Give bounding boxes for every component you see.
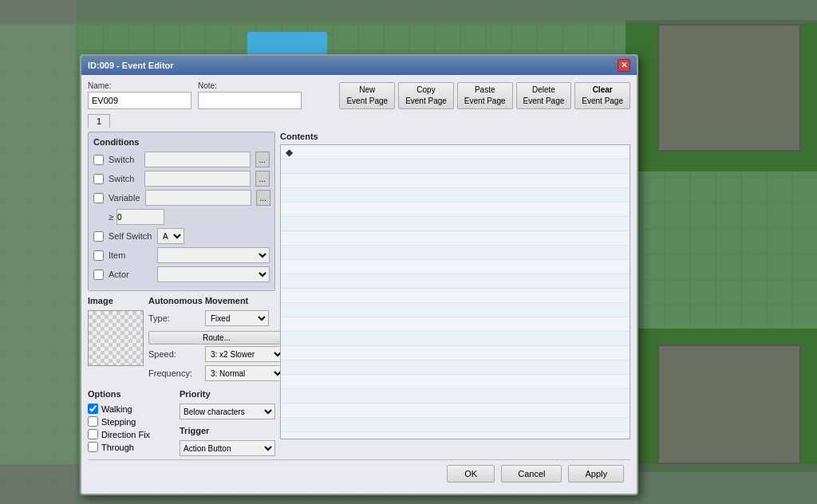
actor-row: Actor bbox=[93, 266, 270, 282]
contents-area[interactable]: ◆ bbox=[280, 144, 630, 439]
dialog-footer: OK Cancel Apply bbox=[88, 459, 630, 487]
cancel-button[interactable]: Cancel bbox=[501, 465, 562, 482]
walking-checkbox[interactable] bbox=[88, 404, 98, 414]
type-label: Type: bbox=[148, 313, 200, 323]
eq-label: ≥ bbox=[109, 212, 113, 222]
options-section: Options Walking Stepping Direction bbox=[88, 389, 175, 456]
self-switch-label: Self Switch bbox=[109, 231, 152, 241]
switch2-checkbox[interactable] bbox=[93, 174, 104, 184]
self-switch-row: Self Switch A B C D bbox=[93, 228, 270, 244]
autonomous-movement-section: Autonomous Movement Type: Fixed Random A… bbox=[148, 296, 285, 384]
content-line-0: ◆ bbox=[281, 145, 630, 159]
image-selector[interactable] bbox=[88, 310, 144, 366]
content-line-15 bbox=[281, 360, 630, 375]
switch1-field[interactable] bbox=[144, 152, 251, 167]
direction-fix-checkbox[interactable] bbox=[88, 429, 98, 439]
top-border bbox=[0, 0, 817, 24]
event-editor-dialog: ID:009 - Event Editor ✕ Name: Note: NewE… bbox=[80, 54, 638, 495]
trigger-title: Trigger bbox=[180, 426, 275, 435]
image-movement-row: Image Autonomous Movement Type: Fixed Ra… bbox=[88, 296, 275, 384]
content-line-19 bbox=[281, 418, 630, 432]
route-button[interactable]: Route... bbox=[148, 331, 285, 345]
variable-browse-button[interactable]: ... bbox=[256, 190, 270, 206]
page-tab-1[interactable]: 1 bbox=[88, 114, 110, 128]
autonomous-movement-title: Autonomous Movement bbox=[148, 296, 285, 305]
type-select[interactable]: Fixed Random Approach Custom bbox=[205, 310, 269, 326]
switch2-row: Switch ... bbox=[93, 171, 270, 187]
actor-label: Actor bbox=[109, 270, 152, 279]
note-label: Note: bbox=[198, 81, 302, 90]
actor-checkbox[interactable] bbox=[93, 270, 104, 280]
priority-title: Priority bbox=[180, 389, 275, 399]
content-line-9 bbox=[281, 274, 630, 289]
switch1-row: Switch ... bbox=[93, 152, 270, 167]
variable-row: Variable ... bbox=[93, 190, 270, 206]
note-field-group: Note: bbox=[198, 81, 302, 109]
frequency-label: Frequency: bbox=[148, 368, 200, 378]
image-title: Image bbox=[88, 296, 144, 305]
actor-select[interactable] bbox=[157, 266, 270, 282]
page-tabs: 1 bbox=[88, 114, 630, 128]
through-row: Through bbox=[88, 442, 175, 452]
type-row: Type: Fixed Random Approach Custom bbox=[148, 310, 285, 326]
trigger-select[interactable]: Action Button Player Touch Event Touch A… bbox=[180, 440, 275, 456]
switch1-checkbox[interactable] bbox=[93, 155, 104, 165]
toolbar-buttons: NewEvent Page CopyEvent Page PasteEvent … bbox=[339, 82, 630, 109]
close-button[interactable]: ✕ bbox=[618, 59, 630, 72]
main-area: Conditions Switch ... Switch ... bbox=[88, 132, 630, 456]
content-line-2 bbox=[281, 174, 630, 188]
content-line-7 bbox=[281, 246, 630, 260]
content-line-8 bbox=[281, 260, 630, 274]
building-bottom-right bbox=[657, 345, 801, 464]
item-select[interactable] bbox=[157, 247, 270, 263]
item-label: Item bbox=[109, 250, 152, 260]
contents-title: Contents bbox=[280, 132, 630, 141]
clear-event-page-button[interactable]: ClearEvent Page bbox=[574, 82, 630, 109]
copy-event-page-button[interactable]: CopyEvent Page bbox=[398, 82, 454, 109]
note-input[interactable] bbox=[198, 92, 302, 109]
content-line-13 bbox=[281, 332, 630, 346]
through-label: Through bbox=[101, 443, 134, 452]
self-switch-select[interactable]: A B C D bbox=[157, 228, 184, 244]
dialog-body: Name: Note: NewEvent Page CopyEvent Page… bbox=[81, 75, 637, 494]
stone-wall-left bbox=[0, 0, 76, 504]
stepping-checkbox[interactable] bbox=[88, 416, 98, 427]
switch1-browse-button[interactable]: ... bbox=[255, 152, 270, 167]
stepping-label: Stepping bbox=[101, 417, 136, 427]
direction-fix-row: Direction Fix bbox=[88, 429, 175, 439]
switch2-field[interactable] bbox=[144, 171, 251, 187]
name-input[interactable] bbox=[88, 92, 191, 109]
speed-row: Speed: 1: x8 Slower 2: x4 Slower 3: x2 S… bbox=[148, 346, 285, 362]
dialog-title: ID:009 - Event Editor bbox=[88, 61, 174, 70]
switch2-label: Switch bbox=[109, 174, 140, 183]
frequency-select[interactable]: 1: Lowest 2: Lower 3: Normal 4: Higher 5… bbox=[205, 365, 285, 381]
priority-select[interactable]: Below characters Same as characters Abov… bbox=[180, 404, 275, 419]
name-field-group: Name: bbox=[88, 81, 191, 109]
self-switch-checkbox[interactable] bbox=[93, 231, 104, 242]
paste-event-page-button[interactable]: PasteEvent Page bbox=[457, 82, 513, 109]
walking-label: Walking bbox=[101, 404, 132, 414]
item-row: Item bbox=[93, 247, 270, 263]
through-checkbox[interactable] bbox=[88, 442, 98, 452]
content-line-18 bbox=[281, 404, 630, 418]
switch2-browse-button[interactable]: ... bbox=[255, 171, 270, 187]
item-checkbox[interactable] bbox=[93, 250, 104, 261]
new-event-page-button[interactable]: NewEvent Page bbox=[339, 82, 395, 109]
conditions-section: Conditions Switch ... Switch ... bbox=[88, 132, 275, 291]
priority-trigger-section: Priority Below characters Same as charac… bbox=[180, 389, 275, 456]
walking-row: Walking bbox=[88, 404, 175, 414]
content-line-3 bbox=[281, 188, 630, 203]
variable-checkbox[interactable] bbox=[93, 193, 104, 203]
delete-event-page-button[interactable]: DeleteEvent Page bbox=[516, 82, 572, 109]
content-line-12 bbox=[281, 317, 630, 332]
content-line-1 bbox=[281, 159, 630, 174]
ok-button[interactable]: OK bbox=[447, 465, 495, 482]
diamond-marker: ◆ bbox=[286, 147, 293, 158]
variable-field[interactable] bbox=[145, 190, 251, 206]
variable-value-input[interactable] bbox=[116, 209, 164, 225]
content-line-17 bbox=[281, 389, 630, 404]
apply-button[interactable]: Apply bbox=[568, 465, 624, 482]
content-line-14 bbox=[281, 346, 630, 360]
speed-select[interactable]: 1: x8 Slower 2: x4 Slower 3: x2 Slower 4… bbox=[205, 346, 285, 362]
top-row: Name: Note: NewEvent Page CopyEvent Page… bbox=[88, 81, 630, 109]
